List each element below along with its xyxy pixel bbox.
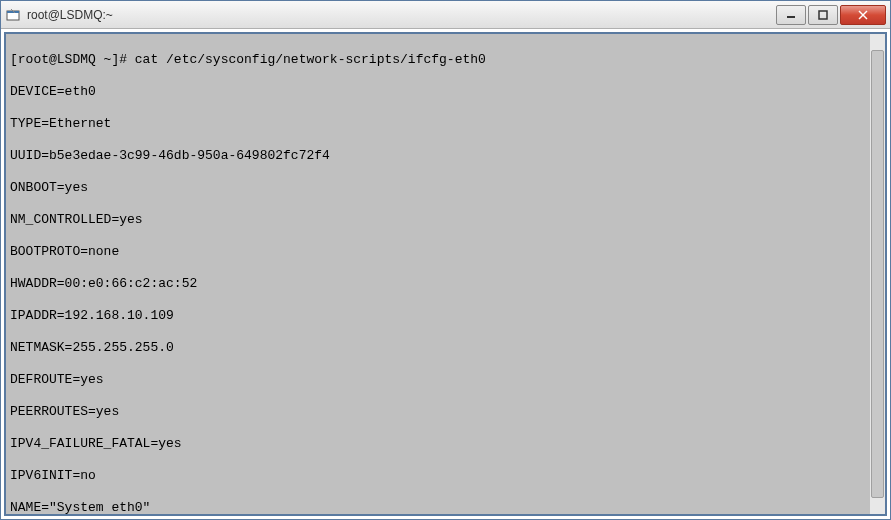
term-line: DEVICE=eth0	[10, 84, 865, 100]
window-title: root@LSDMQ:~	[27, 8, 774, 22]
svg-rect-4	[819, 11, 827, 19]
scrollbar-track[interactable]	[870, 50, 885, 498]
term-line: NAME="System eth0"	[10, 500, 865, 516]
titlebar[interactable]: root@LSDMQ:~	[1, 1, 890, 29]
term-line: IPADDR=192.168.10.109	[10, 308, 865, 324]
scrollbar-thumb[interactable]	[871, 50, 884, 498]
putty-window: root@LSDMQ:~ [root@LSDMQ ~]# cat /etc/sy…	[0, 0, 891, 520]
term-line: IPV4_FAILURE_FATAL=yes	[10, 436, 865, 452]
term-line: IPV6INIT=no	[10, 468, 865, 484]
terminal-content[interactable]: [root@LSDMQ ~]# cat /etc/sysconfig/netwo…	[6, 34, 869, 514]
term-line: UUID=b5e3edae-3c99-46db-950a-649802fc72f…	[10, 148, 865, 164]
minimize-button[interactable]	[776, 5, 806, 25]
term-line: BOOTPROTO=none	[10, 244, 865, 260]
vertical-scrollbar[interactable]	[869, 34, 885, 514]
maximize-button[interactable]	[808, 5, 838, 25]
term-line: DEFROUTE=yes	[10, 372, 865, 388]
close-button[interactable]	[840, 5, 886, 25]
terminal-area[interactable]: [root@LSDMQ ~]# cat /etc/sysconfig/netwo…	[4, 32, 887, 516]
selected-text-block[interactable]: [root@LSDMQ ~]# cat /etc/sysconfig/netwo…	[6, 34, 869, 516]
term-line: NETMASK=255.255.255.0	[10, 340, 865, 356]
window-controls	[774, 5, 886, 25]
term-line: [root@LSDMQ ~]# cat /etc/sysconfig/netwo…	[10, 52, 865, 68]
term-line: ONBOOT=yes	[10, 180, 865, 196]
term-line: PEERROUTES=yes	[10, 404, 865, 420]
term-line: HWADDR=00:e0:66:c2:ac:52	[10, 276, 865, 292]
term-line: TYPE=Ethernet	[10, 116, 865, 132]
term-line: NM_CONTROLLED=yes	[10, 212, 865, 228]
app-icon	[5, 7, 21, 23]
